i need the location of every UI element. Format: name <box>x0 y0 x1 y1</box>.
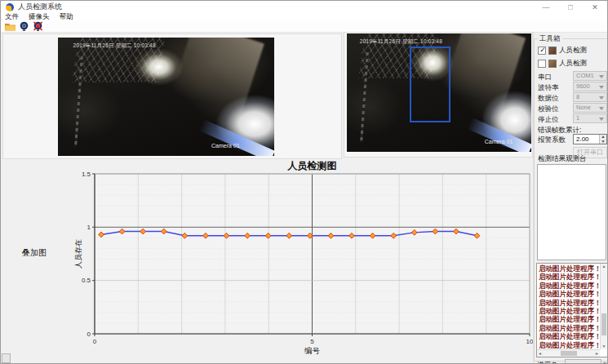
stop-camera-icon[interactable] <box>32 21 44 32</box>
checkbox-label: 人员检测 <box>559 59 587 69</box>
serial-port-label: 串口 <box>538 73 552 82</box>
toolbox-title: 工具箱 <box>538 34 562 44</box>
toolbar <box>1 20 607 33</box>
data-bits-label: 数据位 <box>538 94 559 104</box>
window-title: 人员检测系统 <box>18 2 62 12</box>
camera-name-label: Camera 01 <box>485 139 513 144</box>
video-timestamp: 2019年11月26日 星期二 10:03:48 <box>360 38 442 46</box>
scrollbar-corner[interactable] <box>2 353 11 363</box>
serial-port-select[interactable]: COM1 <box>573 71 607 81</box>
stop-bits-select[interactable]: 1 <box>573 113 607 123</box>
camera-feed-1: 2019年11月26日 星期二 10:03:48 Camera 01 <box>58 38 274 156</box>
parity-label: 校验位 <box>538 104 559 114</box>
log-entry[interactable]: 启动图片处理程序！！ <box>538 324 599 332</box>
open-folder-icon[interactable] <box>4 21 16 32</box>
title-bar: 人员检测系统 — □ ✕ <box>1 1 607 13</box>
overlay-chart-label: 叠加图 <box>22 247 47 259</box>
right-panel: 工具箱 人员检测 人员检测 串口 COM1 波特率 9600 数据位 8 校验位… <box>533 32 608 364</box>
vertical-scrollbar[interactable]: ▲ ▼ <box>600 264 607 349</box>
sample-image-thumb <box>548 60 557 68</box>
close-button[interactable]: ✕ <box>583 1 607 13</box>
x-tick-label: 0 <box>93 338 97 345</box>
start-camera-icon[interactable] <box>18 21 30 32</box>
y-tick-label: 0 <box>87 331 91 338</box>
progress-label: 进度条: <box>537 361 560 364</box>
checkbox-label: 人员检测 <box>559 46 587 55</box>
log-list-rows: 启动图片处理程序！！启动图片处理程序！！启动图片处理程序！！启动图片处理程序！！… <box>538 264 599 348</box>
parity-select[interactable]: None <box>573 103 607 113</box>
y-axis-label: 人员存在 <box>74 239 82 269</box>
log-entry[interactable]: 启动图片处理程序！！ <box>538 307 599 315</box>
maximize-button[interactable]: □ <box>558 1 583 13</box>
log-entry[interactable]: 启动图片处理程序！！ <box>538 273 599 281</box>
detection-chart: 00.511.50510人员检测图编号人员存在 <box>1 161 538 364</box>
x-axis-label: 编号 <box>304 346 321 355</box>
scroll-down-icon[interactable]: ▼ <box>601 344 607 349</box>
progress-row: 进度条: 0% <box>537 359 608 364</box>
camera-feed-2: 2019年11月26日 星期二 10:03:48 Camera 01 <box>347 33 531 152</box>
log-entry[interactable]: 启动图片处理程序！！ <box>538 332 599 340</box>
baud-rate-select[interactable]: 9600 <box>573 82 607 91</box>
scroll-right-icon[interactable]: ▸ <box>596 350 598 357</box>
baud-rate-label: 波特率 <box>538 83 559 93</box>
detect-checkbox-1[interactable]: 人员检测 <box>538 46 587 55</box>
spinner-arrows-icon[interactable]: ▲▼ <box>599 135 606 144</box>
log-entry[interactable]: 启动图片处理程序！！ <box>538 290 599 298</box>
scroll-thumb[interactable] <box>561 351 577 356</box>
chart-title: 人员检测图 <box>287 161 337 171</box>
minimize-button[interactable]: — <box>534 1 558 13</box>
app-icon <box>6 3 14 11</box>
data-bits-select[interactable]: 8 <box>573 92 607 102</box>
log-entry[interactable]: 启动图片处理程序！！ <box>538 264 599 273</box>
detection-result-list[interactable] <box>537 164 606 260</box>
log-list[interactable]: 启动图片处理程序！！启动图片处理程序！！启动图片处理程序！！启动图片处理程序！！… <box>536 263 608 357</box>
detection-bounding-box <box>410 47 450 122</box>
sample-image-thumb <box>548 47 557 55</box>
worker-figure-decor <box>123 80 171 130</box>
checkbox-icon[interactable] <box>538 60 546 68</box>
camera-name-label: Camera 01 <box>211 143 240 149</box>
progress-percent: 0% <box>602 361 608 364</box>
y-tick-label: 1.5 <box>82 171 91 178</box>
toolbox-groupbox: 工具箱 人员检测 人员检测 串口 COM1 波特率 9600 数据位 8 校验位… <box>534 38 608 362</box>
scroll-thumb[interactable] <box>601 313 606 335</box>
log-entry[interactable]: 启动图片处理程序！！ <box>538 315 599 323</box>
scroll-left-icon[interactable]: ◂ <box>539 350 541 357</box>
progress-bar <box>565 359 601 364</box>
log-entry[interactable]: 启动图片处理程序！！ <box>538 299 599 307</box>
stop-bits-label: 停止位 <box>538 115 559 125</box>
video-timestamp: 2019年11月26日 星期二 10:03:48 <box>73 42 156 50</box>
alarm-coefficient-value: 2.00 <box>576 135 589 143</box>
app-window: 人员检测系统 — □ ✕ 文件 摄像头 帮助 <box>0 0 608 364</box>
scroll-up-icon[interactable]: ▲ <box>601 264 607 269</box>
alarm-coefficient-label: 报警系数 <box>538 135 566 145</box>
log-entry[interactable]: 启动图片处理程序！！ <box>538 282 599 290</box>
horizontal-scrollbar[interactable]: ◂ ▸ <box>537 349 600 357</box>
x-tick-label: 5 <box>310 338 314 345</box>
alarm-coefficient-spinner[interactable]: 2.00 ▲▼ <box>573 134 607 144</box>
y-tick-label: 1 <box>87 224 91 231</box>
menu-bar: 文件 摄像头 帮助 <box>1 13 607 20</box>
checkbox-icon[interactable] <box>538 47 546 55</box>
y-tick-label: 0.5 <box>82 277 91 284</box>
observation-label: 检测结果观测台 <box>538 154 587 164</box>
detect-checkbox-2[interactable]: 人员检测 <box>538 59 587 69</box>
log-entry[interactable]: 启动图片处理程序！！ <box>538 341 599 348</box>
